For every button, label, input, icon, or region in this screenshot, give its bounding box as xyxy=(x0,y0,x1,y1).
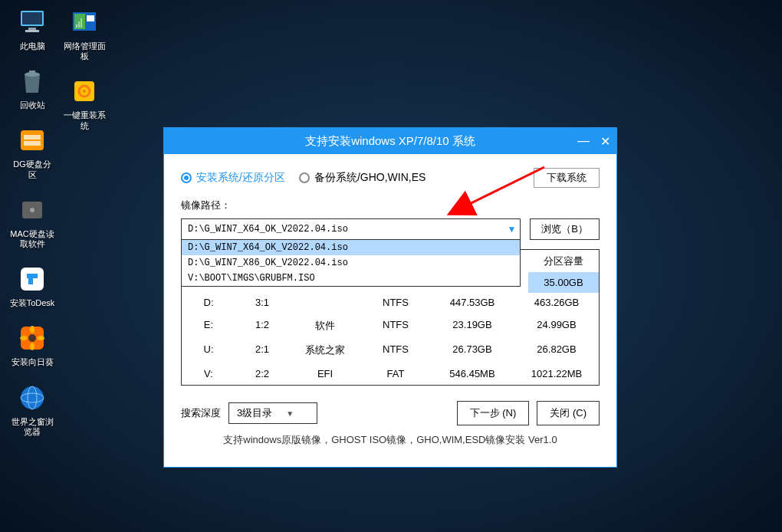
cell-fs: NTFS xyxy=(361,297,430,308)
cell-volname: EFI xyxy=(289,368,361,379)
dropdown-option[interactable]: D:\G_WIN7_X86_OK_V2022.04.iso xyxy=(182,255,520,271)
gear-box-icon xyxy=(68,75,100,107)
dialog-body: 安装系统/还原分区 备份系统/GHO,WIN,ES 下载系统 镜像路径： ▼ D… xyxy=(164,154,616,467)
globe-icon xyxy=(16,382,48,414)
monitor-icon xyxy=(16,6,48,38)
close-button[interactable]: 关闭 (C) xyxy=(537,401,600,425)
trash-icon xyxy=(16,65,48,97)
table-cell-first-row-capacity: 35.00GB xyxy=(528,272,599,293)
desktop-icon-reinstall[interactable]: 一键重装系统 xyxy=(61,75,107,130)
svg-rect-2 xyxy=(28,28,36,30)
svg-rect-1 xyxy=(22,12,42,25)
svg-rect-3 xyxy=(25,30,39,32)
search-depth-select[interactable]: 3级目录 xyxy=(228,402,317,424)
download-system-button[interactable]: 下载系统 xyxy=(534,168,600,188)
table-row[interactable]: V: 2:2 EFI FAT 546.45MB 1021.22MB xyxy=(182,363,599,385)
disk-icon xyxy=(16,194,48,226)
next-button[interactable]: 下一步 (N) xyxy=(457,401,530,425)
desktop-icon-mac-reader[interactable]: MAC硬盘读取软件 xyxy=(9,194,55,249)
icon-label: 此电脑 xyxy=(20,41,45,51)
svg-rect-5 xyxy=(29,71,35,74)
icon-label: MAC硬盘读取软件 xyxy=(9,229,55,249)
desktop-icon-dg-partition[interactable]: DG硬盘分区 xyxy=(9,124,55,179)
cell-volname: 系统之家 xyxy=(289,343,361,357)
svg-rect-25 xyxy=(80,18,82,28)
svg-rect-24 xyxy=(78,21,80,28)
cell-volname xyxy=(289,297,361,308)
svg-point-17 xyxy=(37,336,44,340)
icon-label: 安装向日葵 xyxy=(12,357,54,367)
svg-rect-26 xyxy=(87,15,94,21)
network-panel-icon xyxy=(68,6,100,38)
image-path-label: 镜像路径： xyxy=(181,199,600,212)
cell-num: 3:1 xyxy=(235,297,289,308)
svg-rect-23 xyxy=(76,25,77,28)
radio-label: 备份系统/GHO,WIN,ES xyxy=(314,171,426,185)
desktop-icon-recycle-bin[interactable]: 回收站 xyxy=(9,65,55,110)
svg-point-18 xyxy=(21,386,44,409)
cell-fs: NTFS xyxy=(361,319,430,333)
sunflower-icon xyxy=(16,322,48,354)
icon-label: 世界之窗浏览器 xyxy=(9,417,55,437)
radio-icon xyxy=(299,172,310,183)
desktop-icon-network-panel[interactable]: 网络管理面板 xyxy=(61,6,107,61)
dropdown-option[interactable]: D:\G_WIN7_X64_OK_V2022.04.iso xyxy=(182,240,520,255)
image-path-combo: ▼ D:\G_WIN7_X64_OK_V2022.04.iso D:\G_WIN… xyxy=(181,218,521,240)
table-row[interactable]: E: 1:2 软件 NTFS 23.19GB 24.99GB xyxy=(182,314,599,338)
dropdown-option[interactable]: V:\BOOT\IMGS\GRUBFM.ISO xyxy=(182,271,520,286)
svg-rect-8 xyxy=(24,141,41,146)
radio-backup[interactable]: 备份系统/GHO,WIN,ES xyxy=(299,171,426,185)
column-header-partition-size: 分区容量 xyxy=(528,250,599,274)
svg-point-10 xyxy=(30,208,34,212)
radio-icon xyxy=(181,172,192,183)
radio-install-restore[interactable]: 安装系统/还原分区 xyxy=(181,171,285,185)
desktop-icons-col2: 网络管理面板 一键重装系统 xyxy=(61,6,107,131)
icon-label: 网络管理面板 xyxy=(61,41,107,61)
cell-total: 1021.22MB xyxy=(514,368,599,379)
cell-drive: U: xyxy=(182,343,235,357)
desktop-icon-sunflower[interactable]: 安装向日葵 xyxy=(9,322,55,367)
search-depth-label: 搜索深度 xyxy=(181,406,221,420)
window-controls: — ✕ xyxy=(577,128,612,154)
cell-used: 23.19GB xyxy=(430,319,514,333)
image-path-row: ▼ D:\G_WIN7_X64_OK_V2022.04.iso D:\G_WIN… xyxy=(181,218,600,240)
cell-drive: V: xyxy=(182,368,235,379)
partition-icon xyxy=(16,124,48,156)
cell-num: 1:2 xyxy=(235,319,289,333)
desktop-icon-browser[interactable]: 世界之窗浏览器 xyxy=(9,382,55,437)
cell-used: 546.45MB xyxy=(430,368,514,379)
cell-volname: 软件 xyxy=(289,319,361,333)
bottom-action-row: 搜索深度 3级目录 下一步 (N) 关闭 (C) xyxy=(181,401,600,425)
desktop-icon-this-pc[interactable]: 此电脑 xyxy=(9,6,55,51)
svg-point-29 xyxy=(83,90,86,93)
icon-label: 一键重装系统 xyxy=(61,110,107,130)
cell-total: 24.99GB xyxy=(514,319,599,333)
svg-point-14 xyxy=(30,326,34,333)
image-path-dropdown: D:\G_WIN7_X64_OK_V2022.04.iso D:\G_WIN7_… xyxy=(181,240,521,287)
table-row[interactable]: D: 3:1 NTFS 447.53GB 463.26GB xyxy=(182,291,599,314)
cell-fs: NTFS xyxy=(361,343,430,357)
svg-point-16 xyxy=(20,336,28,340)
search-depth-value: 3级目录 xyxy=(237,406,272,420)
image-path-input[interactable] xyxy=(181,218,521,240)
icon-label: 回收站 xyxy=(20,100,45,110)
desktop-icon-todesk[interactable]: 安装ToDesk xyxy=(9,263,55,308)
svg-rect-6 xyxy=(21,130,44,150)
desktop-icons-col1: 此电脑 回收站 DG硬盘分区 MAC硬盘读取软件 安装ToDesk 安装向日葵 xyxy=(9,6,55,437)
titlebar: 支持安装windows XP/7/8/10 系统 — ✕ xyxy=(164,128,616,154)
icon-label: DG硬盘分区 xyxy=(9,159,55,179)
cell-drive: D: xyxy=(182,297,235,308)
radio-label: 安装系统/还原分区 xyxy=(196,171,285,185)
todesk-icon xyxy=(16,263,48,295)
installer-dialog: 支持安装windows XP/7/8/10 系统 — ✕ 安装系统/还原分区 备… xyxy=(163,127,617,468)
chevron-down-icon[interactable]: ▼ xyxy=(507,224,516,235)
table-row[interactable]: U: 2:1 系统之家 NTFS 26.73GB 26.82GB xyxy=(182,338,599,363)
cell-fs: FAT xyxy=(361,368,430,379)
close-x-button[interactable]: ✕ xyxy=(598,134,612,149)
minimize-button[interactable]: — xyxy=(577,134,590,148)
browse-button[interactable]: 浏览（B） xyxy=(530,218,600,240)
mode-radio-row: 安装系统/还原分区 备份系统/GHO,WIN,ES 下载系统 xyxy=(181,168,600,188)
cell-num: 2:2 xyxy=(235,368,289,379)
svg-rect-7 xyxy=(24,135,41,140)
cell-used: 447.53GB xyxy=(430,297,514,308)
